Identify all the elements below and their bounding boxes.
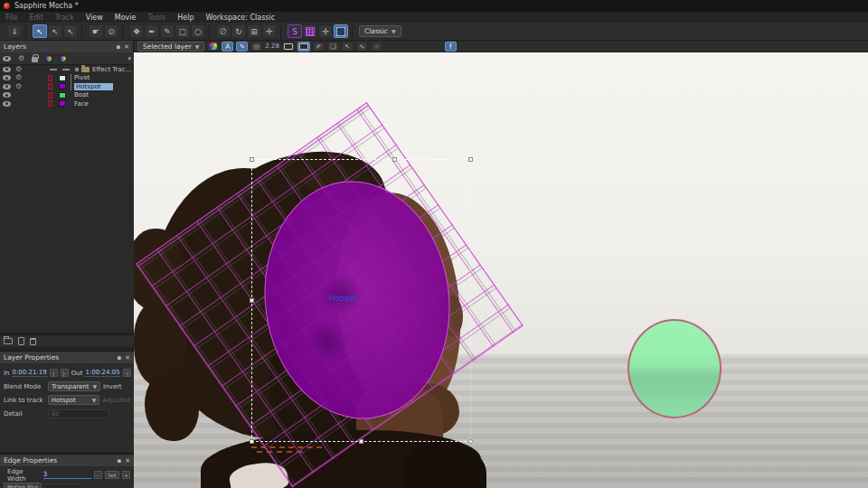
freehand-tool-icon[interactable]: ✎ bbox=[160, 24, 175, 38]
panel-minimize-icon[interactable]: ▪ bbox=[116, 43, 120, 51]
layer-row-boat[interactable]: Boat bbox=[0, 91, 134, 100]
visibility-icon[interactable] bbox=[3, 56, 11, 61]
panel-close-icon[interactable]: ✕ bbox=[124, 43, 129, 51]
gear-icon[interactable]: ⚙ bbox=[15, 66, 22, 73]
motion-blur-label[interactable]: Motion Blur bbox=[4, 483, 42, 488]
motion-blur-field[interactable] bbox=[44, 483, 80, 488]
gear-icon[interactable]: ⚙ bbox=[15, 83, 22, 90]
layer-name[interactable]: Effect Trac... bbox=[92, 66, 131, 73]
viewport-toolbar: Selected layer ▼ A ✎ ◎ 2.28 ✐ ❏ ↖ ∿ ☀ f bbox=[134, 41, 868, 52]
menu-movie[interactable]: Movie bbox=[115, 14, 137, 22]
panel-minimize-icon[interactable]: ▪ bbox=[117, 354, 121, 361]
layer-row-pivot[interactable]: ⚙ Pivot bbox=[0, 74, 134, 83]
curve-icon[interactable]: ∿ bbox=[356, 42, 368, 52]
select-points-tool-icon[interactable]: ↖ bbox=[48, 24, 62, 38]
layer-row-face[interactable]: Face bbox=[0, 99, 134, 108]
panel-minimize-icon[interactable]: ▪ bbox=[117, 457, 121, 465]
edge-width-set-button[interactable]: Set bbox=[105, 471, 119, 479]
rect-tool-icon[interactable]: ▢ bbox=[175, 24, 190, 38]
out-set-button[interactable]: -| bbox=[123, 369, 131, 377]
layer-color-icon[interactable] bbox=[207, 42, 219, 52]
in-goto-button[interactable]: |- bbox=[61, 369, 69, 377]
spline-overlay-icon[interactable]: ✎ bbox=[236, 42, 248, 52]
menu-edit[interactable]: Edit bbox=[29, 14, 43, 22]
brightness-icon[interactable]: ☀ bbox=[371, 42, 382, 52]
detail-field[interactable]: 80 bbox=[48, 409, 109, 418]
edge-width-value[interactable]: 3 bbox=[43, 471, 91, 479]
bbox-handle[interactable] bbox=[250, 439, 254, 444]
menu-tools[interactable]: Tools bbox=[148, 14, 166, 22]
bbox-handle[interactable] bbox=[250, 157, 254, 162]
layers-options-icon[interactable]: ▾ bbox=[127, 55, 131, 62]
layer-name[interactable]: Pivot bbox=[74, 74, 90, 81]
out-value[interactable]: 1:00:24:05 bbox=[85, 369, 119, 377]
monitor-compare-icon[interactable] bbox=[297, 42, 310, 52]
eye-icon[interactable] bbox=[3, 84, 11, 89]
rotate-tool-icon[interactable]: ↻ bbox=[231, 24, 246, 38]
edge-width-minus-button[interactable]: - bbox=[94, 471, 102, 479]
field-f-icon[interactable]: f bbox=[445, 42, 457, 52]
blend-mode-dropdown[interactable]: Transparent ▼ bbox=[48, 381, 100, 391]
menu-view[interactable]: View bbox=[86, 14, 103, 22]
pen-sparkle-icon[interactable]: ✐ bbox=[313, 42, 325, 52]
xspline-tool-icon[interactable]: ❖ bbox=[129, 24, 144, 38]
eye-icon[interactable] bbox=[3, 92, 11, 98]
matte-color-icon[interactable] bbox=[45, 55, 52, 62]
scale-tool-icon[interactable]: ⊞ bbox=[247, 24, 261, 38]
stamp-icon[interactable]: ❏ bbox=[327, 42, 339, 52]
eye-icon[interactable] bbox=[3, 101, 11, 107]
text-overlay-icon[interactable]: A bbox=[222, 42, 233, 52]
delete-layer-icon[interactable] bbox=[30, 338, 36, 345]
link-to-track-dropdown[interactable]: Hotspot ▼ bbox=[48, 395, 100, 405]
gear-icon[interactable]: ⚙ bbox=[15, 74, 22, 81]
point-size-icon[interactable]: ◎ bbox=[250, 42, 262, 52]
layer-select-dropdown[interactable]: Selected layer ▼ bbox=[137, 42, 204, 52]
edge-width-plus-button[interactable]: + bbox=[122, 471, 130, 479]
expand-view-icon[interactable]: ✢ bbox=[318, 24, 333, 38]
menu-help[interactable]: Help bbox=[177, 14, 193, 22]
bbox-handle[interactable] bbox=[468, 157, 473, 162]
selection-bbox[interactable] bbox=[251, 159, 471, 442]
hotspot-ellipse[interactable] bbox=[627, 319, 722, 418]
zoom-tool-icon[interactable]: ⊙ bbox=[104, 24, 118, 38]
pan-tool-icon[interactable]: ☛ bbox=[89, 24, 103, 38]
panel-close-icon[interactable]: ✕ bbox=[125, 457, 130, 465]
invert-label[interactable]: Invert bbox=[103, 383, 122, 390]
layer-row-group[interactable]: ⚙ Effect Trac... bbox=[0, 65, 134, 74]
in-value[interactable]: 0:00:21:19 bbox=[13, 369, 47, 377]
workspace-dropdown[interactable]: Classic ▼ bbox=[359, 25, 401, 37]
ellipse-tool-icon[interactable]: ○ bbox=[191, 24, 205, 38]
in-set-button[interactable]: | bbox=[50, 369, 58, 377]
select-auto-tool-icon[interactable]: ↖ bbox=[63, 24, 78, 38]
eye-icon[interactable] bbox=[3, 67, 11, 72]
bbox-handle[interactable] bbox=[250, 298, 254, 303]
sapphire-icon[interactable]: S bbox=[288, 24, 302, 38]
layer-color-icon[interactable] bbox=[60, 55, 67, 62]
lock-icon[interactable] bbox=[32, 57, 38, 62]
dashed-region-icon[interactable] bbox=[334, 24, 348, 38]
gear-icon[interactable]: ⚙ bbox=[18, 55, 24, 62]
grid-overlay-icon[interactable] bbox=[303, 24, 317, 38]
link-tool-icon[interactable]: ∅ bbox=[216, 24, 231, 38]
save-icon[interactable]: ⇓ bbox=[7, 24, 22, 38]
duplicate-layer-icon[interactable] bbox=[18, 337, 24, 345]
cursor-overlay-icon[interactable]: ↖ bbox=[342, 42, 354, 52]
select-tool-icon[interactable]: ↖ bbox=[33, 24, 47, 38]
layer-name[interactable]: Boat bbox=[74, 91, 89, 99]
bbox-handle[interactable] bbox=[359, 439, 363, 444]
monitor-icon[interactable] bbox=[282, 42, 295, 52]
layer-name-selected[interactable]: Hotspot bbox=[74, 83, 113, 90]
bbox-handle[interactable] bbox=[392, 157, 397, 162]
viewport[interactable]: Hotspot bbox=[134, 52, 868, 488]
layer-name[interactable]: Face bbox=[74, 100, 89, 108]
bezier-tool-icon[interactable]: ✒ bbox=[145, 24, 159, 38]
panel-close-icon[interactable]: ✕ bbox=[125, 354, 130, 361]
move-tool-icon[interactable]: ✛ bbox=[262, 24, 277, 38]
menu-workspace[interactable]: Workspace: Classic bbox=[205, 14, 275, 22]
bbox-handle[interactable] bbox=[468, 439, 473, 444]
new-layer-icon[interactable] bbox=[4, 338, 13, 344]
menu-track[interactable]: Track bbox=[55, 14, 74, 22]
layer-row-hotspot[interactable]: ⚙ Hotspot bbox=[0, 82, 134, 91]
menu-file[interactable]: File bbox=[5, 14, 17, 22]
eye-icon[interactable] bbox=[3, 75, 11, 80]
